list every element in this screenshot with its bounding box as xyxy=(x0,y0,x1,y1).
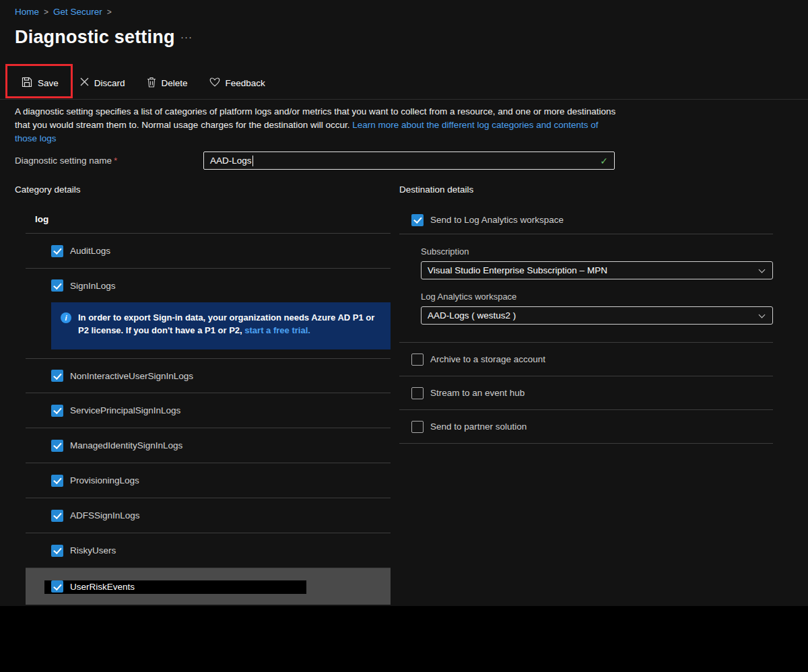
bottom-spacer xyxy=(0,606,808,672)
breadcrumb-home-link[interactable]: Home xyxy=(15,7,39,17)
category-label: ServicePrincipalSignInLogs xyxy=(70,405,180,415)
category-label: ADFSSignInLogs xyxy=(70,510,140,520)
destination-details: Send to Log Analytics workspace Subscrip… xyxy=(399,206,773,444)
category-row-riskyusers[interactable]: RiskyUsers xyxy=(26,533,391,568)
category-label: UserRiskEvents xyxy=(70,582,135,592)
category-list: AuditLogs SignInLogs i In order to expor… xyxy=(26,233,391,605)
category-row-signinlogs[interactable]: SignInLogs xyxy=(26,269,391,302)
category-checkbox[interactable] xyxy=(51,510,63,522)
category-checkbox[interactable] xyxy=(51,245,63,257)
category-label: NonInteractiveUserSignInLogs xyxy=(70,371,193,381)
chevron-down-icon xyxy=(759,312,766,318)
start-free-trial-link[interactable]: start a free trial. xyxy=(244,325,310,335)
category-checkbox[interactable] xyxy=(51,279,63,292)
storage-label: Archive to a storage account xyxy=(430,354,545,364)
subscription-value: Visual Studio Enterprise Subscription – … xyxy=(428,265,607,275)
workspace-label: Log Analytics workspace xyxy=(421,292,773,302)
partner-solution-row[interactable]: Send to partner solution xyxy=(399,410,773,444)
name-field-label: Diagnostic setting name* xyxy=(15,156,117,166)
stream-event-hub-row[interactable]: Stream to an event hub xyxy=(399,376,773,410)
info-icon: i xyxy=(61,312,71,323)
chevron-down-icon xyxy=(759,267,766,273)
info-banner-text: In order to export Sign-in data, your or… xyxy=(78,311,381,341)
category-checkbox[interactable] xyxy=(51,370,63,382)
page-title: Diagnostic setting xyxy=(15,27,175,48)
workspace-dropdown[interactable]: AAD-Logs ( westus2 ) xyxy=(421,306,773,325)
category-label: AuditLogs xyxy=(70,246,110,256)
valid-check-icon: ✓ xyxy=(600,156,608,166)
category-row-managedidentitysigninlogs[interactable]: ManagedIdentitySignInLogs xyxy=(26,428,391,463)
log-analytics-checkbox[interactable] xyxy=(411,214,424,226)
name-field-label-text: Diagnostic setting name xyxy=(15,156,112,166)
save-button[interactable]: Save xyxy=(22,77,59,90)
event-hub-checkbox[interactable] xyxy=(411,387,424,399)
save-label: Save xyxy=(38,78,59,88)
log-analytics-label: Send to Log Analytics workspace xyxy=(430,215,564,225)
category-row-adfssigninlogs[interactable]: ADFSSignInLogs xyxy=(26,498,391,533)
diagnostic-setting-name-input[interactable]: AAD-Logs ✓ xyxy=(203,152,615,170)
name-input-value: AAD-Logs xyxy=(210,156,252,166)
category-row-auditlogs[interactable]: AuditLogs xyxy=(26,234,391,269)
category-row-noninteractiveusersigninlogs[interactable]: NonInteractiveUserSignInLogs xyxy=(26,358,391,393)
category-row-userriskevents[interactable]: UserRiskEvents xyxy=(26,568,391,605)
save-icon xyxy=(22,77,32,90)
category-checkbox[interactable] xyxy=(51,405,63,417)
category-row-serviceprincipalsigninlogs[interactable]: ServicePrincipalSignInLogs xyxy=(26,393,391,428)
signin-license-info-banner: i In order to export Sign-in data, your … xyxy=(51,302,391,349)
log-group-header: log xyxy=(35,214,48,224)
delete-label: Delete xyxy=(162,78,188,88)
workspace-field: Log Analytics workspace AAD-Logs ( westu… xyxy=(421,292,773,325)
breadcrumb: Home > Get Securer > xyxy=(15,7,112,17)
subscription-dropdown[interactable]: Visual Studio Enterprise Subscription – … xyxy=(421,261,773,279)
destination-details-title: Destination details xyxy=(399,184,473,195)
breadcrumb-separator: > xyxy=(107,7,112,17)
toolbar-divider xyxy=(0,99,808,100)
intro-text: A diagnostic setting specifies a list of… xyxy=(15,105,619,145)
discard-button[interactable]: Discard xyxy=(80,77,125,88)
category-row-provisioninglogs[interactable]: ProvisioningLogs xyxy=(26,463,391,498)
category-checkbox[interactable] xyxy=(51,440,63,452)
feedback-button[interactable]: Feedback xyxy=(209,77,265,89)
command-bar: Save Discard Delete Feedback xyxy=(22,73,265,93)
category-label: RiskyUsers xyxy=(70,545,116,556)
more-options-button[interactable]: ··· xyxy=(180,31,193,42)
event-hub-label: Stream to an event hub xyxy=(430,388,525,398)
archive-storage-row[interactable]: Archive to a storage account xyxy=(399,343,773,376)
discard-label: Discard xyxy=(94,78,125,88)
breadcrumb-separator: > xyxy=(44,7,48,17)
required-asterisk: * xyxy=(114,156,117,166)
feedback-label: Feedback xyxy=(226,78,265,88)
discard-icon xyxy=(80,77,89,88)
heart-icon xyxy=(209,77,220,89)
category-details-title: Category details xyxy=(15,184,81,195)
subscription-label: Subscription xyxy=(421,246,773,257)
category-label: SignInLogs xyxy=(70,281,116,291)
subscription-field: Subscription Visual Studio Enterprise Su… xyxy=(421,246,773,279)
category-checkbox[interactable] xyxy=(51,475,63,487)
text-cursor xyxy=(252,156,253,166)
diagnostic-setting-page: Home > Get Securer > Diagnostic setting … xyxy=(0,0,808,672)
category-checkbox[interactable] xyxy=(51,580,63,593)
category-checkbox[interactable] xyxy=(51,545,63,557)
category-label: ProvisioningLogs xyxy=(70,475,139,485)
delete-icon xyxy=(147,77,156,90)
delete-button[interactable]: Delete xyxy=(147,77,188,90)
partner-label: Send to partner solution xyxy=(430,422,527,432)
storage-checkbox[interactable] xyxy=(411,354,424,366)
partner-checkbox[interactable] xyxy=(411,421,424,433)
send-to-log-analytics-row[interactable]: Send to Log Analytics workspace xyxy=(399,206,773,234)
workspace-value: AAD-Logs ( westus2 ) xyxy=(428,310,516,321)
info-banner-body: In order to export Sign-in data, your or… xyxy=(78,312,374,335)
category-label: ManagedIdentitySignInLogs xyxy=(70,440,182,450)
breadcrumb-get-securer-link[interactable]: Get Securer xyxy=(53,7,102,17)
